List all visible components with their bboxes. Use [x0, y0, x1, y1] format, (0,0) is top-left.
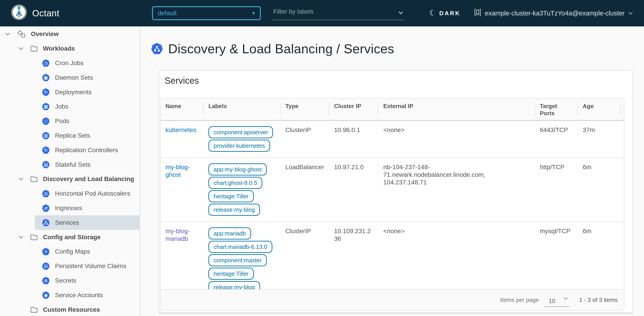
type-cell: LoadBalancer	[280, 158, 329, 222]
sidebar-item-secrets[interactable]: ⊛Secrets	[0, 273, 140, 288]
age-cell: 37m	[578, 121, 621, 158]
sidebar-item-label: Horizontal Pod Autoscalers	[55, 190, 130, 197]
cluster-context-selector[interactable]: example-cluster-ka3TuTzYo4a@example-clus…	[474, 0, 633, 27]
sidebar-item-label: Ingresses	[55, 205, 82, 212]
service-name-link[interactable]: my-blog-mariadb	[166, 228, 190, 242]
sidebar-item-label: Config Maps	[55, 248, 90, 255]
context-icon	[474, 9, 481, 18]
sidebar-item-cron-jobs[interactable]: ◷Cron Jobs	[0, 56, 140, 71]
jobs-icon: ▦	[42, 103, 50, 110]
labels-cell: app:mariadbchart:mariadb-6.13.0component…	[204, 222, 280, 299]
octant-logo-icon	[11, 4, 27, 22]
table-row: my-blog-ghostapp:my-blog-ghostchart:ghos…	[160, 158, 624, 222]
cluster-ip-cell: 10.97.21.0	[329, 158, 378, 222]
name-cell: kubernetes	[160, 121, 204, 158]
replication-controllers-icon: ↻	[42, 146, 50, 154]
service-name-link[interactable]: my-blog-ghost	[166, 164, 190, 178]
label-pill[interactable]: release:my-blog	[208, 204, 260, 216]
dark-mode-toggle[interactable]: ☾ DARK	[429, 0, 461, 27]
sidebar-item-service-accounts[interactable]: ◉Service Accounts	[0, 288, 140, 302]
sidebar-item-label: Stateful Sets	[55, 161, 90, 168]
column-header-type: Type	[280, 99, 329, 120]
moon-icon: ☾	[429, 9, 436, 17]
ingresses-icon: ⇄	[42, 204, 50, 212]
stateful-sets-icon: ▤	[42, 161, 50, 169]
octant-app: Octant default ▾ ☾ DARK	[0, 0, 644, 316]
page-header: Discovery & Load Balancing / Services	[151, 41, 394, 56]
page-title: Discovery & Load Balancing / Services	[168, 41, 394, 56]
name-cell: my-blog-mariadb	[160, 222, 204, 299]
sidebar-item-label: Pods	[55, 118, 69, 125]
name-cell: my-blog-ghost	[160, 158, 204, 222]
sidebar-item-label: Discovery and Load Balancing	[43, 175, 134, 183]
label-pill[interactable]: chart:mariadb-6.13.0	[208, 241, 272, 253]
horizontal-pod-autoscalers-icon: ◎	[42, 190, 50, 197]
services-icon	[151, 43, 163, 55]
persistent-volume-claims-icon: ⊟	[42, 262, 50, 270]
items-per-page-label: Items per page	[500, 296, 539, 303]
label-pill[interactable]: app:mariadb	[208, 227, 251, 239]
namespace-dropdown[interactable]: default ▾	[152, 6, 261, 20]
chevron-down-icon[interactable]	[18, 234, 24, 240]
label-pill[interactable]: heritage:Tiller	[208, 190, 254, 202]
sidebar-item-persistent-volume-claims[interactable]: ⊟Persistent Volume Claims	[0, 259, 140, 273]
sidebar-item-label: Secrets	[55, 277, 76, 284]
label-pill[interactable]: app:my-blog-ghost	[208, 163, 267, 175]
column-header-external-ip: External IP	[378, 99, 535, 120]
items-per-page-select[interactable]: 10	[544, 296, 569, 307]
sidebar-item-discovery-and-load-balancing[interactable]: Discovery and Load Balancing	[0, 172, 140, 186]
column-header-age: Age	[578, 99, 621, 120]
sidebar-item-services[interactable]: Services	[0, 215, 140, 230]
daemon-sets-icon: ▣	[42, 74, 50, 82]
sidebar-item-replica-sets[interactable]: ▥Replica Sets	[0, 128, 140, 143]
caret-down-icon: ▾	[252, 10, 255, 16]
chevron-down-icon[interactable]	[18, 176, 24, 182]
services-card: Services NameLabelsTypeCluster IPExterna…	[159, 70, 633, 313]
context-label: example-cluster-ka3TuTzYo4a@example-clus…	[485, 10, 624, 17]
label-pill[interactable]: provider:kubernetes	[208, 140, 270, 152]
label-filter-input[interactable]	[272, 5, 394, 15]
sidebar-item-label: Replication Controllers	[55, 147, 118, 154]
sidebar-item-jobs[interactable]: ▦Jobs	[0, 99, 140, 114]
sidebar-item-pods[interactable]: □Pods	[0, 114, 140, 128]
overview-icon	[17, 30, 26, 38]
sidebar-item-replication-controllers[interactable]: ↻Replication Controllers	[0, 143, 140, 157]
sidebar-item-workloads[interactable]: Workloads	[0, 41, 140, 56]
app-title: Octant	[32, 8, 59, 18]
service-name-link[interactable]: kubernetes	[166, 126, 196, 133]
sidebar-item-label: Persistent Volume Claims	[55, 262, 126, 270]
sidebar-item-label: Config and Storage	[43, 234, 100, 241]
sidebar-item-custom-resources[interactable]: Custom Resources	[0, 302, 140, 316]
chevron-down-icon[interactable]	[4, 31, 11, 37]
target-ports-cell: http/TCP	[535, 158, 578, 222]
deployments-icon: ↻	[42, 88, 50, 96]
label-pill[interactable]: chart:ghost-8.0.5	[208, 177, 262, 189]
brand[interactable]: Octant	[11, 0, 59, 27]
chevron-down-icon[interactable]	[18, 46, 24, 51]
target-ports-cell: 6443/TCP	[535, 121, 578, 158]
chevron-down-icon[interactable]	[398, 10, 404, 18]
label-pill[interactable]: component:apiserver	[208, 126, 273, 138]
folder-icon	[30, 176, 38, 182]
label-filter	[272, 5, 405, 20]
config-maps-icon: ≡	[42, 248, 50, 255]
sidebar-item-label: Jobs	[55, 103, 68, 110]
table-row: my-blog-mariadbapp:mariadbchart:mariadb-…	[160, 222, 624, 299]
sidebar-item-config-maps[interactable]: ≡Config Maps	[0, 244, 140, 259]
label-pill[interactable]: component:master	[208, 254, 267, 266]
filler-cell	[621, 121, 630, 158]
label-pill[interactable]: heritage:Tiller	[208, 268, 254, 280]
sidebar-item-ingresses[interactable]: ⇄Ingresses	[0, 201, 140, 215]
sidebar-item-horizontal-pod-autoscalers[interactable]: ◎Horizontal Pod Autoscalers	[0, 186, 140, 201]
sidebar-item-deployments[interactable]: ↻Deployments	[0, 85, 140, 99]
cluster-ip-cell: 10.96.0.1	[329, 121, 378, 158]
card-title: Services	[164, 76, 199, 86]
external-ip-cell: <none>	[378, 121, 535, 158]
sidebar-item-config-and-storage[interactable]: Config and Storage	[0, 230, 140, 244]
namespace-value: default	[158, 10, 252, 17]
sidebar-item-stateful-sets[interactable]: ▤Stateful Sets	[0, 157, 140, 172]
sidebar-item-daemon-sets[interactable]: ▣Daemon Sets	[0, 70, 140, 85]
sidebar-item-overview[interactable]: Overview	[0, 27, 140, 41]
services-table: NameLabelsTypeCluster IPExternal IPTarge…	[160, 98, 624, 311]
secrets-icon: ⊛	[42, 277, 50, 284]
